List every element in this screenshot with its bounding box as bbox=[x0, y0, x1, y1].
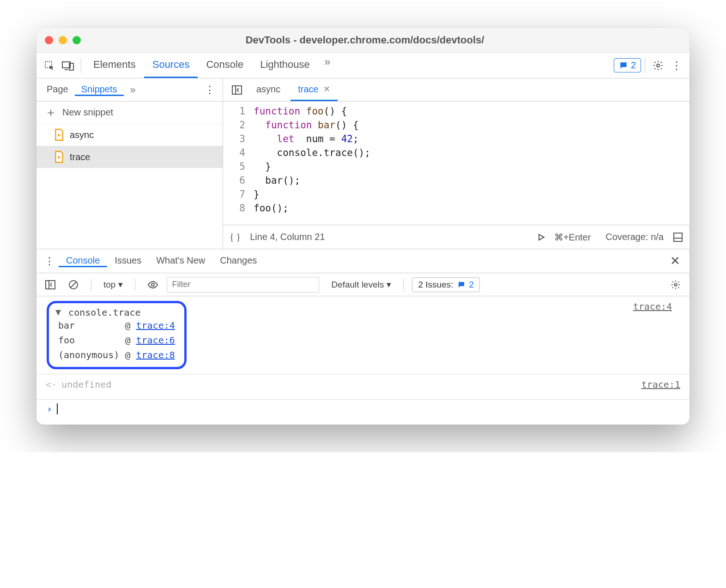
close-window-button[interactable] bbox=[45, 36, 53, 44]
svg-line-12 bbox=[71, 282, 76, 288]
issues-badge[interactable]: 2 bbox=[614, 58, 641, 72]
stack-frame-row: bar @ trace:4 bbox=[55, 318, 178, 333]
drawer-tab-changes[interactable]: Changes bbox=[212, 255, 264, 267]
console-toolbar: top ▾ Default levels ▾ 2 Issues: 2 bbox=[36, 273, 690, 296]
devtools-window: DevTools - developer.chrome.com/docs/dev… bbox=[36, 28, 690, 425]
return-arrow-icon: <· bbox=[46, 379, 57, 390]
coverage-status: Coverage: n/a bbox=[605, 232, 664, 242]
editor-tab-async[interactable]: async bbox=[249, 78, 288, 101]
new-snippet-button[interactable]: ＋ New snippet bbox=[36, 102, 223, 124]
svg-point-13 bbox=[151, 283, 154, 286]
drawer-tab-whatsnew[interactable]: What's New bbox=[149, 255, 212, 267]
chevron-down-icon: ▾ bbox=[387, 279, 391, 290]
pretty-print-icon[interactable]: { } bbox=[230, 232, 241, 242]
trace-label: console.trace bbox=[68, 307, 141, 318]
snippet-file-async[interactable]: async bbox=[36, 124, 223, 146]
sidebar-tab-snippets[interactable]: Snippets bbox=[75, 84, 124, 96]
code-view[interactable]: 12345678 function foo() { function bar()… bbox=[223, 102, 690, 225]
tab-lighthouse[interactable]: Lighthouse bbox=[252, 53, 318, 78]
stack-frame-fn: (anonymous) bbox=[55, 348, 122, 362]
cursor-position: Line 4, Column 21 bbox=[250, 232, 325, 242]
issues-badge-count: 2 bbox=[631, 60, 636, 71]
editor-tab-trace[interactable]: trace ✕ bbox=[290, 78, 337, 101]
drawer-kebab-icon[interactable]: ⋮ bbox=[40, 252, 59, 270]
sidebar-tab-page[interactable]: Page bbox=[40, 84, 75, 96]
line-gutter: 12345678 bbox=[223, 104, 254, 225]
titlebar: DevTools - developer.chrome.com/docs/dev… bbox=[36, 28, 690, 53]
log-levels-selector[interactable]: Default levels ▾ bbox=[327, 279, 395, 290]
kebab-menu-icon[interactable]: ⋮ bbox=[667, 56, 686, 75]
return-value: undefined bbox=[61, 379, 111, 390]
main-toolbar: Elements Sources Console Lighthouse » 2 … bbox=[36, 53, 690, 78]
stack-trace-table: bar @ trace:4foo @ trace:6(anonymous) @ … bbox=[55, 318, 178, 362]
stack-frame-link[interactable]: trace:6 bbox=[136, 335, 175, 346]
return-source-link[interactable]: trace:1 bbox=[641, 379, 680, 390]
main-tabs: Elements Sources Console Lighthouse » bbox=[85, 53, 337, 78]
code-text[interactable]: function foo() { function bar() { let nu… bbox=[254, 104, 690, 225]
context-selector[interactable]: top ▾ bbox=[100, 279, 127, 290]
console-output: ▼ console.trace bar @ trace:4foo @ trace… bbox=[36, 296, 690, 425]
drawer-tabs: ⋮ Console Issues What's New Changes ✕ bbox=[36, 249, 690, 273]
prompt-chevron-icon: › bbox=[47, 403, 52, 414]
plus-icon: ＋ bbox=[45, 104, 57, 120]
stack-frame-fn: foo bbox=[55, 333, 122, 348]
editor-statusbar: { } Line 4, Column 21 ⌘+Enter Coverage: … bbox=[223, 225, 690, 249]
toggle-navigator-icon[interactable] bbox=[228, 81, 246, 99]
sidebar-kebab-icon[interactable]: ⋮ bbox=[200, 81, 219, 99]
issues-button[interactable]: 2 Issues: 2 bbox=[412, 277, 480, 292]
device-toggle-icon[interactable] bbox=[59, 56, 77, 75]
more-sidebar-tabs-icon[interactable]: » bbox=[124, 81, 142, 99]
disclosure-triangle-icon[interactable]: ▼ bbox=[55, 306, 61, 318]
close-tab-icon[interactable]: ✕ bbox=[323, 84, 330, 94]
stack-frame-row: (anonymous) @ trace:8 bbox=[55, 348, 178, 362]
console-settings-gear-icon[interactable] bbox=[666, 276, 685, 294]
navigator-sidebar: Page Snippets » ⋮ ＋ New snippet async tr… bbox=[36, 78, 223, 249]
inspect-element-icon[interactable] bbox=[40, 56, 59, 75]
zoom-window-button[interactable] bbox=[73, 36, 81, 44]
svg-rect-7 bbox=[674, 233, 682, 241]
stack-trace-block: ▼ console.trace bar @ trace:4foo @ trace… bbox=[47, 301, 187, 369]
stack-frame-fn: bar bbox=[55, 318, 122, 333]
drawer-tab-console[interactable]: Console bbox=[59, 255, 107, 267]
stack-frame-link[interactable]: trace:4 bbox=[136, 320, 175, 331]
tab-console[interactable]: Console bbox=[198, 53, 252, 78]
live-expression-icon[interactable] bbox=[144, 276, 162, 294]
minimize-window-button[interactable] bbox=[59, 36, 67, 44]
tab-elements[interactable]: Elements bbox=[85, 53, 144, 78]
code-editor: async trace ✕ 12345678 function foo() { … bbox=[223, 78, 690, 249]
window-title: DevTools - developer.chrome.com/docs/dev… bbox=[81, 34, 649, 46]
close-drawer-icon[interactable]: ✕ bbox=[665, 254, 686, 268]
show-ignore-list-icon[interactable] bbox=[673, 232, 683, 242]
drawer-tab-issues[interactable]: Issues bbox=[107, 255, 149, 267]
chevron-down-icon: ▾ bbox=[118, 279, 123, 290]
run-shortcut: ⌘+Enter bbox=[554, 232, 591, 243]
svg-point-4 bbox=[657, 64, 659, 67]
console-input[interactable] bbox=[57, 403, 58, 414]
tab-sources[interactable]: Sources bbox=[144, 53, 198, 78]
toggle-console-sidebar-icon[interactable] bbox=[41, 276, 60, 294]
window-controls bbox=[45, 36, 81, 44]
source-reference-link[interactable]: trace:4 bbox=[633, 301, 681, 369]
more-tabs-icon[interactable]: » bbox=[318, 53, 337, 71]
svg-point-14 bbox=[674, 283, 677, 286]
console-filter-input[interactable] bbox=[167, 277, 319, 293]
clear-console-icon[interactable] bbox=[64, 276, 83, 294]
stack-frame-row: foo @ trace:6 bbox=[55, 333, 178, 348]
snippet-file-trace[interactable]: trace bbox=[36, 146, 223, 168]
run-snippet-icon[interactable] bbox=[538, 234, 545, 241]
settings-gear-icon[interactable] bbox=[649, 56, 667, 75]
stack-frame-link[interactable]: trace:8 bbox=[136, 349, 175, 360]
